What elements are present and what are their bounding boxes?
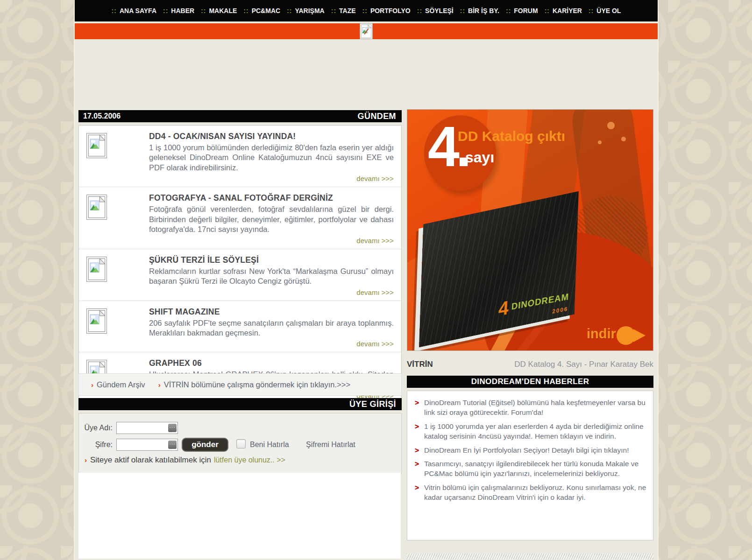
vitrin-label: VİTRİN (407, 357, 433, 371)
footer-link[interactable]: ›VİTRİN bölümüne çalışma göndermek için … (158, 380, 350, 389)
register-row: › Siteye aktif olarak katılabilmek için … (85, 455, 285, 465)
nav-item-label[interactable]: BİR İŞ BY. (468, 7, 499, 14)
arrow-right-icon: > (415, 445, 424, 455)
remember-label: Beni Hatırla (250, 441, 289, 449)
haber-item-text: Vitrin bölümü için çalışmalarınızı bekli… (424, 483, 648, 503)
nav-item[interactable]: ::PORTFOLYO (362, 0, 411, 21)
nav-item[interactable]: ::YARIŞMA (287, 0, 325, 21)
news-more-link[interactable]: devamı >>> (149, 237, 394, 245)
nav-item[interactable]: ::FORUM (506, 0, 538, 21)
gundem-title: GÜNDEM (358, 110, 402, 122)
haber-item-text: DinoDream En İyi Portfolyoları Seçiyor! … (424, 445, 629, 455)
nav-item-label[interactable]: FORUM (514, 7, 538, 14)
nav-item-label[interactable]: TAZE (339, 7, 356, 14)
submit-button[interactable]: gönder (182, 438, 228, 452)
nav-item-label[interactable]: PC&MAC (252, 7, 280, 14)
promo-banner[interactable]: 4. sayı DD Katalog çıktı 4DINODREAM 2006… (407, 109, 653, 351)
banner-bar (75, 23, 658, 39)
gundem-footer-links: ›Gündem Arşiv›VİTRİN bölümüne çalışma gö… (78, 373, 402, 396)
footer-link[interactable]: ›Gündem Arşiv (91, 380, 145, 389)
footer-link-label[interactable]: VİTRİN bölümüne çalışma göndermek için t… (164, 380, 350, 389)
nav-separator-icon: :: (112, 7, 117, 14)
haberler-list: > DinoDream Tutorial (Eğitsel) bölümünü … (407, 391, 653, 540)
nav-item[interactable]: ::PC&MAC (243, 0, 280, 21)
register-link[interactable]: lütfen üye olunuz.. >> (214, 456, 285, 464)
news-title[interactable]: FOTOGRAFYA - SANAL FOTOĞRAF DERGİNİZ (149, 193, 394, 203)
nav-item[interactable]: ::HABER (163, 0, 194, 21)
news-thumbnail[interactable] (84, 255, 149, 296)
nav-item-label[interactable]: ÜYE OL (596, 7, 621, 14)
nav-item[interactable]: ::ÜYE OL (589, 0, 621, 21)
nav-separator-icon: :: (362, 7, 368, 14)
nav-item-label[interactable]: KARİYER (553, 7, 582, 14)
nav-separator-icon: :: (163, 7, 168, 14)
news-thumbnail[interactable] (84, 193, 149, 244)
news-text: SHIFT MAGAZINE 206 sayfalık PDF'te seçme… (149, 307, 397, 348)
haber-item[interactable]: > DinoDream En İyi Portfolyoları Seçiyor… (407, 443, 653, 457)
haber-item-text: Tasarımcıyı, sanatçıyı ilgilendirebilece… (424, 459, 648, 479)
broken-image-icon (86, 308, 107, 334)
vitrin-row: VİTRİN DD Katalog 4. Sayı - Pınar Karata… (407, 357, 653, 371)
autocomplete-dots-icon[interactable]: ··· (168, 441, 177, 449)
download-circle-icon[interactable] (617, 326, 635, 345)
news-thumbnail[interactable] (84, 307, 149, 348)
nav-item[interactable]: ::MAKALE (201, 0, 237, 21)
news-title[interactable]: ŞÜKRÜ TERZİ İLE SÖYLEŞİ (149, 255, 394, 265)
news-title[interactable]: GRAPHEX 06 (149, 358, 394, 368)
news-body: Fotoğrafa gönül verenlerden, fotoğraf se… (149, 204, 394, 234)
news-text: FOTOGRAFYA - SANAL FOTOĞRAF DERGİNİZ Fot… (149, 193, 397, 244)
remember-checkbox[interactable] (236, 439, 246, 448)
nav-item[interactable]: ::BİR İŞ BY. (460, 0, 499, 21)
nav-item-label[interactable]: ANA SAYFA (120, 7, 156, 14)
haber-item[interactable]: > Vitrin bölümü için çalışmalarınızı bek… (407, 481, 653, 504)
nav-item-label[interactable]: YARIŞMA (295, 7, 324, 14)
news-thumbnail[interactable] (84, 132, 149, 182)
nav-item[interactable]: ::TAZE (331, 0, 356, 21)
nav-separator-icon: :: (201, 7, 206, 14)
nav-separator-icon: :: (460, 7, 465, 14)
broken-image-glyph (88, 134, 106, 157)
gundem-header-bar: 17.05.2006 GÜNDEM (78, 110, 402, 122)
nav-item[interactable]: ::KARİYER (545, 0, 582, 21)
footer-link-label[interactable]: Gündem Arşiv (97, 380, 145, 389)
nav-item-label[interactable]: PORTFOLYO (370, 7, 411, 14)
news-more-link[interactable]: devamı >>> (149, 288, 394, 296)
nav-item-label[interactable]: MAKALE (209, 7, 237, 14)
issue-number: 4. (428, 118, 468, 175)
autocomplete-dots-icon[interactable]: ··· (168, 424, 177, 432)
arrow-right-icon: > (415, 421, 424, 441)
nav-item-label[interactable]: HABER (171, 7, 194, 14)
date-label: 17.05.2006 (78, 110, 121, 122)
nav-item[interactable]: ::ANA SAYFA (112, 0, 156, 21)
arrow-right-icon: › (158, 381, 161, 389)
haber-item[interactable]: > 1 iş 1000 yorumda yer alan eserlerden … (407, 420, 653, 443)
decor-dot (598, 140, 602, 144)
gundem-news-list: DD4 - OCAK/NISAN SAYISI YAYINDA! 1 iş 10… (78, 125, 402, 404)
haber-item[interactable]: > DinoDream Tutorial (Eğitsel) bölümünü … (407, 396, 653, 420)
empty-content-area (78, 473, 401, 559)
forgot-password-link[interactable]: Şifremi Hatırlat (306, 441, 355, 449)
broken-image-glyph (88, 310, 106, 332)
username-label: Üye Adı: (83, 424, 113, 432)
decor-dot (607, 122, 615, 129)
news-more-link[interactable]: devamı >>> (149, 175, 394, 182)
news-text: ŞÜKRÜ TERZİ İLE SÖYLEŞİ Reklamcıların ku… (149, 255, 397, 296)
page-wrapper: ::ANA SAYFA::HABER::MAKALE::PC&MAC::YARI… (75, 0, 658, 560)
issue-label: sayı (465, 149, 494, 166)
vitrin-caption: DD Katalog 4. Sayı - Pınar Karatay Bek (514, 357, 653, 371)
download-arrow-icon[interactable] (633, 329, 646, 342)
news-more-link[interactable]: devamı >>> (149, 340, 394, 348)
news-body: 1 iş 1000 yorum bölümünden derlediğimiz … (149, 143, 394, 173)
broken-image-glyph (88, 258, 106, 280)
broken-image-glyph (361, 24, 372, 38)
news-title[interactable]: SHIFT MAGAZINE (149, 307, 394, 317)
footer-hatch-divider (407, 553, 653, 560)
nav-item-label[interactable]: SÖYLEŞİ (425, 7, 454, 14)
news-title[interactable]: DD4 - OCAK/NISAN SAYISI YAYINDA! (149, 132, 394, 141)
haber-item[interactable]: > Tasarımcıyı, sanatçıyı ilgilendirebile… (407, 457, 653, 481)
broken-image-icon (86, 195, 107, 220)
nav-item[interactable]: ::SÖYLEŞİ (417, 0, 454, 21)
broken-banner-image[interactable] (360, 23, 372, 39)
arrow-right-icon: > (415, 459, 424, 479)
download-link[interactable]: indir (587, 326, 616, 342)
